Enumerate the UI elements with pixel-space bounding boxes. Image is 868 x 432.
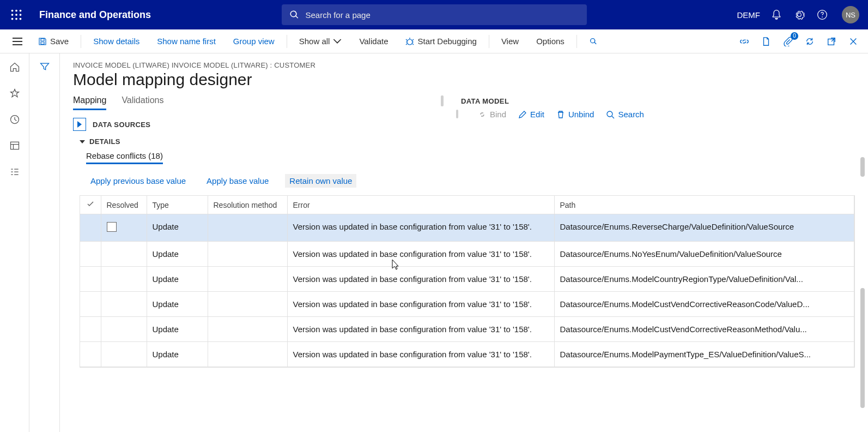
filter-icon[interactable] — [39, 61, 50, 432]
popout-icon[interactable] — [823, 33, 840, 50]
row-select-cell[interactable] — [80, 342, 101, 367]
resolved-cell[interactable] — [101, 317, 147, 342]
search-box[interactable] — [282, 4, 587, 25]
checkbox[interactable] — [107, 222, 117, 232]
group-view-button[interactable]: Group view — [226, 33, 282, 49]
table-row[interactable]: UpdateVersion was updated in base config… — [80, 242, 854, 267]
save-button[interactable]: Save — [31, 33, 76, 49]
svg-point-7 — [15, 18, 17, 20]
home-icon[interactable] — [9, 61, 21, 73]
app-launcher-icon[interactable] — [7, 5, 26, 25]
select-all-header[interactable] — [80, 196, 101, 214]
table-header-row: Resolved Type Resolution method Error Pa… — [80, 196, 854, 214]
apply-previous-base-button[interactable]: Apply previous base value — [86, 174, 190, 188]
path-cell: Datasource/Enums.NoYesEnum/ValueDefiniti… — [554, 242, 854, 267]
svg-rect-12 — [13, 41, 22, 42]
row-select-cell[interactable] — [80, 267, 101, 292]
content-area: INVOICE MODEL (LITWARE) INVOICE MODEL (L… — [60, 53, 868, 432]
resolved-cell[interactable] — [101, 214, 147, 242]
type-cell: Update — [147, 214, 208, 242]
col-path[interactable]: Path — [554, 196, 854, 214]
error-cell: Version was updated in base configuratio… — [287, 317, 554, 342]
help-icon[interactable] — [816, 8, 829, 21]
start-debugging-button[interactable]: Start Debugging — [398, 33, 484, 49]
expand-datasources-button[interactable] — [73, 118, 86, 131]
recent-icon[interactable] — [9, 113, 21, 125]
col-error[interactable]: Error — [287, 196, 554, 214]
row-select-cell[interactable] — [80, 214, 101, 242]
edit-label: Edit — [530, 110, 544, 119]
refresh-icon[interactable] — [802, 33, 818, 50]
notifications-icon[interactable] — [770, 8, 783, 21]
data-model-pane: DATA MODEL Bind Edit Unbind — [441, 95, 855, 137]
validate-button[interactable]: Validate — [351, 33, 396, 49]
table-row[interactable]: UpdateVersion was updated in base config… — [80, 317, 854, 342]
unbind-button[interactable]: Unbind — [556, 110, 594, 119]
type-cell: Update — [147, 292, 208, 317]
resolved-cell[interactable] — [101, 342, 147, 367]
details-header[interactable]: DETAILS — [80, 137, 855, 146]
col-type[interactable]: Type — [147, 196, 208, 214]
splitter[interactable] — [441, 95, 444, 106]
col-resolved[interactable]: Resolved — [101, 196, 147, 214]
type-cell: Update — [147, 242, 208, 267]
row-select-cell[interactable] — [80, 292, 101, 317]
link-icon — [478, 110, 487, 119]
error-cell: Version was updated in base configuratio… — [287, 214, 554, 242]
tab-validations[interactable]: Validations — [122, 95, 163, 110]
table-row[interactable]: UpdateVersion was updated in base config… — [80, 267, 854, 292]
show-name-first-button[interactable]: Show name first — [149, 33, 223, 49]
subtab-rebase-conflicts[interactable]: Rebase conflicts (18) — [86, 151, 163, 164]
svg-point-3 — [11, 14, 14, 16]
close-icon[interactable] — [845, 33, 861, 50]
show-details-button[interactable]: Show details — [86, 33, 147, 49]
bind-label: Bind — [490, 110, 506, 119]
conflicts-table: Resolved Type Resolution method Error Pa… — [80, 195, 855, 368]
retain-own-value-button[interactable]: Retain own value — [285, 174, 356, 188]
show-all-dropdown[interactable]: Show all — [292, 33, 350, 49]
document-icon[interactable] — [758, 33, 774, 50]
row-select-cell[interactable] — [80, 317, 101, 342]
pencil-icon — [518, 110, 527, 119]
resolved-cell[interactable] — [101, 292, 147, 317]
resolved-cell[interactable] — [101, 242, 147, 267]
favorites-icon[interactable] — [9, 87, 21, 99]
debug-icon — [405, 37, 414, 46]
edit-button[interactable]: Edit — [518, 110, 544, 119]
error-cell: Version was updated in base configuratio… — [287, 292, 554, 317]
resolved-cell[interactable] — [101, 267, 147, 292]
splitter[interactable] — [456, 110, 458, 118]
search-icon — [606, 110, 615, 119]
search-input[interactable] — [306, 10, 579, 20]
col-resolution[interactable]: Resolution method — [208, 196, 287, 214]
table-row[interactable]: UpdateVersion was updated in base config… — [80, 342, 854, 367]
search-label: Search — [618, 110, 644, 119]
svg-rect-11 — [13, 38, 22, 39]
data-sources-title: DATA SOURCES — [93, 121, 150, 129]
type-cell: Update — [147, 267, 208, 292]
user-avatar[interactable]: NS — [842, 6, 859, 23]
view-button[interactable]: View — [494, 33, 526, 49]
settings-icon[interactable] — [793, 8, 806, 21]
save-label: Save — [50, 37, 69, 46]
nav-toggle-icon[interactable] — [7, 38, 28, 45]
details-subtabs: Rebase conflicts (18) — [86, 151, 855, 164]
bind-button[interactable]: Bind — [478, 110, 506, 119]
scrollbar-thumb[interactable] — [860, 157, 865, 177]
attachment-icon[interactable]: 0 — [780, 33, 796, 50]
search-button[interactable]: Search — [606, 110, 644, 119]
show-all-label: Show all — [299, 37, 330, 46]
modules-icon[interactable] — [9, 166, 21, 178]
path-cell: Datasource/Enums.ReverseCharge/ValueDefi… — [554, 214, 854, 242]
table-row[interactable]: UpdateVersion was updated in base config… — [80, 214, 854, 242]
link-icon[interactable] — [736, 33, 752, 50]
apply-base-value-button[interactable]: Apply base value — [202, 174, 273, 188]
scrollbar-thumb[interactable] — [860, 288, 865, 408]
row-select-cell[interactable] — [80, 242, 101, 267]
tab-mapping[interactable]: Mapping — [73, 95, 106, 110]
search-page-button[interactable] — [581, 34, 605, 49]
options-button[interactable]: Options — [529, 33, 572, 49]
table-row[interactable]: UpdateVersion was updated in base config… — [80, 292, 854, 317]
svg-point-1 — [15, 10, 17, 12]
workspaces-icon[interactable] — [9, 140, 21, 152]
